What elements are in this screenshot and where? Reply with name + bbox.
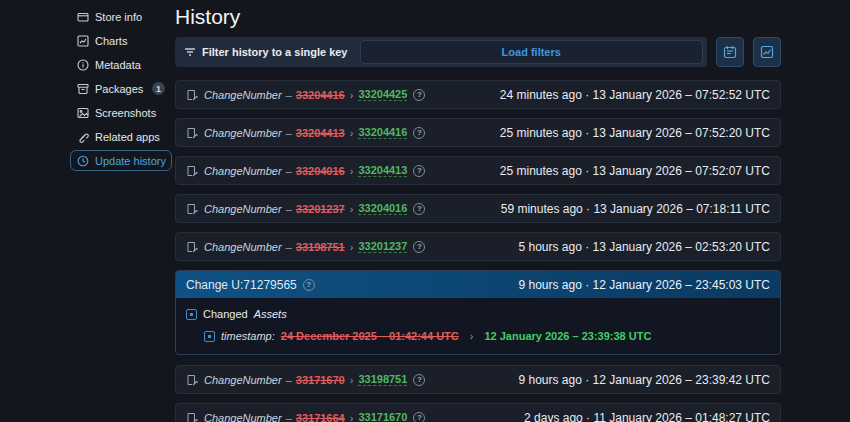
old-value: 33204016 (296, 165, 345, 177)
arrow-separator: › (350, 89, 354, 101)
help-icon[interactable]: ? (413, 374, 425, 386)
history-row[interactable]: ChangeNumber – 33171664 › 33171670 ? 2 d… (175, 403, 781, 422)
old-value: 33204413 (296, 127, 345, 139)
history-row[interactable]: ChangeNumber – 33204416 › 33204425 ? 24 … (175, 80, 781, 109)
sidebar-item-store-info[interactable]: Store info (70, 6, 172, 27)
sidebar-item-screenshots[interactable]: Screenshots (70, 102, 172, 123)
dash-separator: – (286, 89, 292, 101)
diff-note-icon (186, 203, 198, 215)
sidebar-item-related-apps[interactable]: Related apps (70, 126, 172, 147)
sidebar-item-label: Update history (95, 155, 166, 167)
help-icon[interactable]: ? (303, 279, 315, 291)
sidebar-item-label: Metadata (95, 59, 141, 71)
row-timestamp: 5 hours ago · 13 January 2026 – 02:53:20… (519, 240, 771, 254)
chart-icon (77, 35, 89, 47)
sidebar: Store info Charts Metadata Packages 1 Sc… (70, 6, 172, 171)
dash-separator: – (286, 165, 292, 177)
dash-separator: – (286, 127, 292, 139)
old-value: 24 December 2025 – 01:42:44 UTC (281, 330, 459, 342)
page-title: History (175, 2, 781, 32)
old-value: 33204416 (296, 89, 345, 101)
new-value[interactable]: 33204413 (358, 164, 407, 177)
new-value[interactable]: 33201237 (358, 240, 407, 253)
diff-note-icon (186, 89, 198, 101)
diff-note-icon (186, 412, 198, 422)
diff-note-icon (186, 241, 198, 253)
row-timestamp: 25 minutes ago · 13 January 2026 – 07:52… (500, 164, 770, 178)
change-field-name: ChangeNumber (204, 89, 282, 101)
diff-note-icon (186, 127, 198, 139)
filter-bar: Filter history to a single key Load filt… (175, 37, 707, 67)
calendar-icon (723, 45, 737, 59)
sidebar-item-metadata[interactable]: Metadata (70, 54, 172, 75)
row-timestamp: 25 minutes ago · 13 January 2026 – 07:52… (500, 126, 770, 140)
help-icon[interactable]: ? (413, 412, 425, 422)
calendar-button[interactable] (716, 37, 744, 67)
sidebar-item-label: Related apps (95, 131, 160, 143)
old-value: 33171664 (296, 412, 345, 422)
new-value: 12 January 2026 – 23:39:38 UTC (484, 330, 651, 342)
history-row[interactable]: ChangeNumber – 33198751 › 33201237 ? 5 h… (175, 232, 781, 261)
link-icon (77, 131, 89, 143)
help-icon[interactable]: ? (413, 165, 425, 177)
new-value[interactable]: 33171670 (358, 411, 407, 422)
image-icon (77, 107, 89, 119)
history-row[interactable]: ChangeNumber – 33204016 › 33204413 ? 25 … (175, 156, 781, 185)
main-content: History Filter history to a single key L… (175, 0, 781, 422)
arrow-separator: › (350, 412, 354, 422)
arrow-separator: › (350, 241, 354, 253)
help-icon[interactable]: ? (413, 127, 425, 139)
count-badge: 1 (152, 82, 165, 95)
filter-icon (184, 46, 196, 58)
diff-line: timestamp: 24 December 2025 – 01:42:44 U… (204, 328, 770, 344)
arrow-separator: › (350, 165, 354, 177)
sidebar-item-update-history[interactable]: Update history (70, 150, 172, 171)
new-value[interactable]: 33204425 (358, 88, 407, 101)
chart-view-button[interactable] (753, 37, 781, 67)
row-timestamp: 24 minutes ago · 13 January 2026 – 07:52… (500, 88, 770, 102)
dash-separator: – (286, 203, 292, 215)
info-icon (77, 59, 89, 71)
expand-toggle-icon[interactable] (186, 309, 197, 320)
dash-separator: – (286, 412, 292, 422)
row-timestamp: 9 hours ago · 12 January 2026 – 23:39:42… (519, 373, 771, 387)
history-row[interactable]: ChangeNumber – 33204413 › 33204416 ? 25 … (175, 118, 781, 147)
row-timestamp: 59 minutes ago · 13 January 2026 – 07:18… (501, 202, 770, 216)
package-icon (77, 83, 89, 95)
load-filters-button[interactable]: Load filters (360, 40, 704, 64)
new-value[interactable]: 33204416 (358, 126, 407, 139)
history-row[interactable]: ChangeNumber – 33171670 › 33198751 ? 9 h… (175, 365, 781, 394)
history-row[interactable]: ChangeNumber – 33201237 › 33204016 ? 59 … (175, 194, 781, 223)
arrow-separator: › (350, 374, 354, 386)
changed-label: Changed (203, 308, 248, 320)
history-clock-icon (77, 155, 89, 167)
changed-section-line: Changed Assets (186, 306, 770, 322)
sidebar-item-charts[interactable]: Charts (70, 30, 172, 51)
change-field-name: ChangeNumber (204, 374, 282, 386)
changed-target: Assets (254, 308, 287, 320)
arrow-separator: › (350, 127, 354, 139)
help-icon[interactable]: ? (413, 203, 425, 215)
diff-note-icon (186, 374, 198, 386)
help-icon[interactable]: ? (413, 89, 425, 101)
change-block-body: Changed Assets timestamp: 24 December 20… (176, 298, 780, 354)
sidebar-item-label: Packages (95, 83, 143, 95)
dash-separator: – (286, 374, 292, 386)
arrow-separator: › (350, 203, 354, 215)
line-chart-icon (760, 45, 774, 59)
expand-toggle-icon[interactable] (204, 331, 215, 342)
filter-row: Filter history to a single key Load filt… (175, 37, 781, 67)
change-title: Change U:71279565 (186, 278, 297, 292)
help-icon[interactable]: ? (413, 241, 425, 253)
new-value[interactable]: 33204016 (358, 202, 407, 215)
change-block-header[interactable]: Change U:71279565 ? 9 hours ago · 12 Jan… (176, 271, 780, 298)
diff-note-icon (186, 165, 198, 177)
sidebar-item-label: Screenshots (95, 107, 156, 119)
sidebar-item-packages[interactable]: Packages 1 (70, 78, 172, 99)
new-value[interactable]: 33198751 (358, 373, 407, 386)
arrow-separator: › (470, 330, 474, 342)
dash-separator: – (286, 241, 292, 253)
history-list: ChangeNumber – 33204416 › 33204425 ? 24 … (175, 80, 781, 422)
store-icon (77, 11, 89, 23)
old-value: 33198751 (296, 241, 345, 253)
